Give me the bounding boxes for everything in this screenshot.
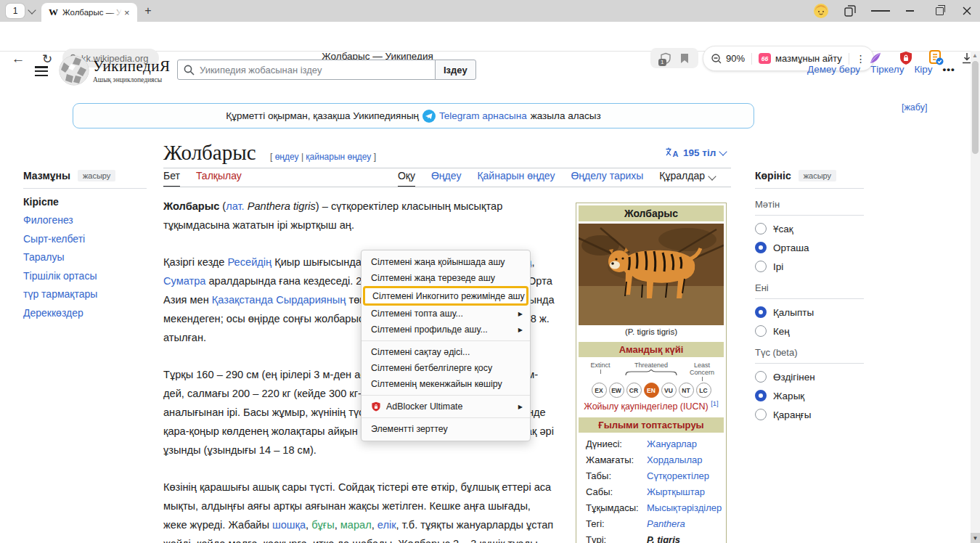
page-menu-kebab-icon[interactable]: ⋮ <box>856 53 866 65</box>
radio-icon[interactable] <box>755 306 767 318</box>
banner-close-link[interactable]: [жабу] <box>902 102 927 113</box>
scrollbar-up-arrow[interactable]: ▲ <box>972 52 978 59</box>
article-link[interactable]: лат. <box>226 200 244 212</box>
taxonomy-row: Табы:Сүтқоректілер <box>579 468 724 483</box>
wikipedia-globe-logo[interactable] <box>58 54 90 87</box>
context-menu-item[interactable]: Сілтемені бетбелгілерге қосу <box>362 360 530 376</box>
read-aloud-button[interactable]: мазмұнын айту <box>775 53 842 64</box>
context-menu-item[interactable]: Сілтемені жаңа терезеде ашу <box>362 270 530 286</box>
appearance-option[interactable]: Өздігінен <box>755 371 864 383</box>
login-link[interactable]: Кіру <box>914 64 932 75</box>
article-link[interactable]: бұғы <box>311 519 334 531</box>
context-menu-item[interactable]: Сілтемені Инкогнито режимінде ашу <box>365 288 526 303</box>
tab-list-chevron-icon[interactable] <box>28 6 36 14</box>
wikipedia-wordmark[interactable]: УикипедиЯ Ашық энциклопедиясы <box>93 57 170 83</box>
article-link[interactable]: марал <box>340 519 372 531</box>
browser-menu-icon[interactable] <box>871 3 890 19</box>
edit-source-link[interactable]: қайнарын өңдеу <box>306 152 371 162</box>
tab-close-icon[interactable]: × <box>124 7 130 18</box>
read-aloud-icon: 66 <box>759 53 771 64</box>
appearance-option[interactable]: Орташа <box>755 242 864 253</box>
search-input[interactable]: Уикипедия жобасынан іздеу <box>177 60 436 80</box>
page-tab[interactable]: Өңделу тарихы <box>571 170 643 187</box>
telegram-channel-link[interactable]: Telegram арнасына <box>439 110 527 121</box>
appearance-hide-button[interactable]: жасыру <box>799 170 836 181</box>
edit-link[interactable]: өңдеу <box>275 152 299 162</box>
appearance-option[interactable]: Жарық <box>755 390 864 401</box>
taxonomy-value[interactable]: Хордалылар <box>647 454 702 465</box>
status-reference[interactable]: [1] <box>711 399 719 407</box>
scrollbar-down-arrow[interactable]: ▼ <box>971 533 980 543</box>
page-tab[interactable]: Бет <box>163 170 180 187</box>
page-tab[interactable]: Өңдеу <box>431 170 461 187</box>
zoom-level[interactable]: 90% <box>726 53 745 64</box>
wiki-menu-icon[interactable] <box>35 64 48 78</box>
tab-count-badge[interactable]: 1 <box>6 4 25 18</box>
toc-item[interactable]: Тіршілік ортасы <box>23 270 147 282</box>
scrollbar-thumb[interactable] <box>972 61 979 154</box>
taxonomy-value[interactable]: Panthera <box>647 518 685 529</box>
donate-link[interactable]: Демеу беру <box>807 64 860 75</box>
new-tab-button[interactable]: + <box>141 4 155 18</box>
context-menu-item[interactable]: Сілтеменің мекенжайын көшіру <box>362 376 530 392</box>
toc-item[interactable]: Кіріспе <box>23 196 147 208</box>
tabs-panel-icon[interactable] <box>841 3 859 19</box>
header-more-icon[interactable]: ••• <box>942 64 955 75</box>
register-link[interactable]: Тіркелу <box>870 64 905 75</box>
radio-icon[interactable] <box>755 409 767 420</box>
context-menu-item[interactable]: Элементті зерттеу <box>362 421 530 437</box>
window-close-button[interactable] <box>957 3 976 19</box>
page-tab[interactable]: Талқылау <box>196 170 242 187</box>
article-link[interactable]: Қазақстанда <box>212 294 273 306</box>
article-link[interactable]: Ресейдің <box>228 256 272 268</box>
toc-hide-button[interactable]: жасыру <box>78 170 115 181</box>
radio-icon[interactable] <box>755 390 767 401</box>
bookmark-icon[interactable] <box>680 53 689 64</box>
radio-icon[interactable] <box>755 223 767 234</box>
radio-icon[interactable] <box>755 261 767 272</box>
article-link[interactable]: елік <box>377 519 396 531</box>
window-restore-button[interactable] <box>930 3 949 19</box>
protect-shield-icon[interactable]: 1 <box>660 52 671 65</box>
context-menu-item[interactable]: Сілтемені жаңа қойыншада ашу <box>362 254 530 270</box>
radio-icon[interactable] <box>755 371 767 383</box>
toc-item[interactable]: түр тармақтары <box>23 288 147 300</box>
toc-item[interactable]: Сырт-келбеті <box>23 233 147 245</box>
page-tab[interactable]: Оқу <box>398 170 415 187</box>
page-tab[interactable]: Құралдар <box>659 170 715 187</box>
radio-icon[interactable] <box>755 242 767 253</box>
taxobox: Жолбарыс <box>576 203 727 543</box>
back-button[interactable]: ← <box>9 49 28 68</box>
toc-item[interactable]: Филогенез <box>23 214 147 226</box>
browser-tab[interactable]: W Жолбарыс — Уикипеди × <box>41 3 137 22</box>
language-selector[interactable]: A 195 тіл <box>665 147 726 158</box>
radio-icon[interactable] <box>755 325 767 337</box>
appearance-option[interactable]: Қараңғы <box>755 409 864 420</box>
appearance-option[interactable]: Ұсақ <box>755 223 864 234</box>
toc-item[interactable]: Дереккөздер <box>23 307 147 319</box>
profile-avatar[interactable] <box>812 3 830 19</box>
article-link[interactable]: Сырдарияның <box>276 294 346 306</box>
taxonomy-value[interactable]: Жыртқыштар <box>647 486 705 497</box>
toc-item[interactable]: Таралуы <box>23 251 147 263</box>
submenu-arrow-icon: ▶ <box>518 404 523 410</box>
taxonomy-value[interactable]: Сүтқоректілер <box>647 470 709 481</box>
zoom-out-icon[interactable] <box>711 53 722 65</box>
article-title: Жолбарыс <box>163 141 256 165</box>
taxonomy-value[interactable]: Мысықтәрізділер <box>647 502 722 513</box>
context-menu-item[interactable]: AdBlocker Ultimate▶ <box>362 399 530 415</box>
page-tab[interactable]: Қайнарын өңдеу <box>477 170 555 187</box>
window-minimize-button[interactable] <box>900 3 919 19</box>
menu-separator <box>362 395 530 396</box>
context-menu-item[interactable]: Сілтемені сақтау әдісі... <box>362 344 530 360</box>
context-menu-item[interactable]: Сілтемені профильде ашу...▶ <box>362 322 530 338</box>
appearance-option[interactable]: Ірі <box>755 261 864 272</box>
article-link[interactable]: шошқа <box>272 519 306 531</box>
appearance-option[interactable]: Кең <box>755 325 864 337</box>
article-link[interactable]: Суматра <box>163 275 205 287</box>
appearance-option[interactable]: Қалыпты <box>755 306 864 318</box>
context-menu-item[interactable]: Сілтемені топта ашу...▶ <box>362 306 530 322</box>
search-button[interactable]: Іздеу <box>435 60 476 80</box>
taxonomy-value[interactable]: Жануарлар <box>647 438 697 449</box>
language-chevron-icon <box>719 147 727 155</box>
